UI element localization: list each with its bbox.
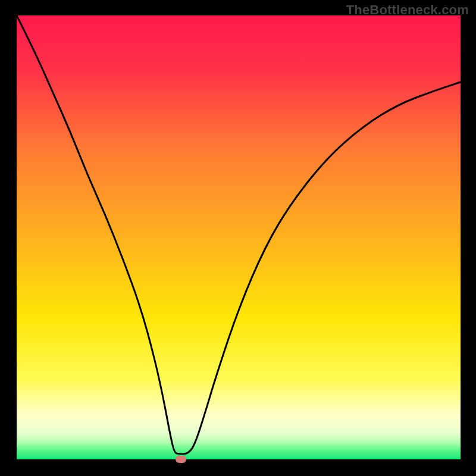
minimum-marker — [176, 456, 186, 463]
chart-area — [17, 15, 461, 464]
watermark-text: TheBottleneck.com — [346, 2, 469, 18]
chart-curve — [17, 15, 461, 459]
